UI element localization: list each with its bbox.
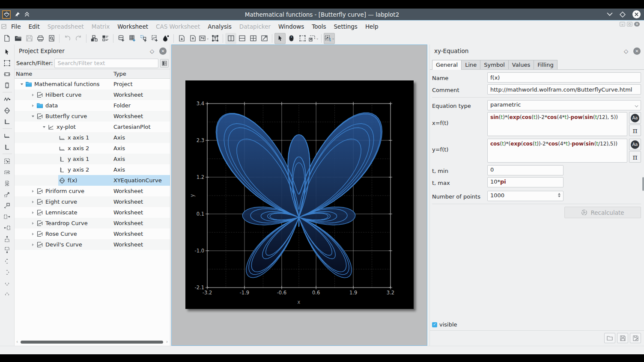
- search-input[interactable]: [54, 59, 158, 68]
- shift-right-box-button[interactable]: [2, 211, 12, 222]
- tmax-field[interactable]: 10*pi: [487, 177, 564, 187]
- spinner-arrows-icon[interactable]: [558, 193, 561, 197]
- tree-row-eight-curve[interactable]: Eight curveWorksheet: [15, 196, 170, 207]
- expander-closed-icon[interactable]: [30, 190, 36, 193]
- filter-options-button[interactable]: [160, 59, 169, 68]
- comment-field[interactable]: [487, 84, 641, 95]
- zoom-select-y-button[interactable]: [2, 178, 12, 188]
- tree-column-header[interactable]: Name Type: [15, 69, 170, 79]
- layout-horizontal-button[interactable]: [236, 33, 247, 44]
- zoom-in-region-button[interactable]: [2, 200, 12, 211]
- add-xy-equation-curve-button[interactable]: [2, 105, 12, 116]
- expander-open-icon[interactable]: [41, 126, 47, 128]
- scrollbar-thumb[interactable]: [21, 341, 163, 344]
- tree-row-xy-plot[interactable]: xy-plotCartesianPlot: [15, 122, 170, 132]
- mdi-minimize-icon[interactable]: ⌄: [620, 22, 625, 27]
- expander-closed-icon[interactable]: [30, 201, 36, 203]
- new-spreadsheet-button[interactable]: [116, 33, 127, 44]
- tree-row-piriform-curve[interactable]: Piriform curveWorksheet: [15, 186, 170, 196]
- y-constants-button[interactable]: Aa: [629, 139, 641, 150]
- tab-filling[interactable]: Filling: [534, 60, 557, 70]
- tab-values[interactable]: Values: [508, 60, 534, 70]
- save-as-function-button[interactable]: [630, 333, 641, 343]
- tree-row-rose-curve[interactable]: Rose CurveWorksheet: [15, 228, 170, 239]
- close-icon[interactable]: [632, 10, 641, 18]
- tree-row-devil-s-curve[interactable]: Devil's CurveWorksheet: [15, 239, 170, 250]
- menu-windows[interactable]: Windows: [274, 21, 308, 32]
- column-header-name[interactable]: Name: [15, 71, 32, 77]
- resize-horizontal-button[interactable]: [2, 69, 12, 79]
- tab-general[interactable]: General: [432, 60, 462, 70]
- open-folder-button[interactable]: [12, 33, 24, 44]
- add-text-label-button[interactable]: [209, 33, 221, 44]
- export-data-button[interactable]: [187, 33, 198, 44]
- menu-tools[interactable]: Tools: [308, 21, 330, 32]
- horizontal-scrollbar[interactable]: ‹ ›: [15, 340, 170, 345]
- menu-edit[interactable]: Edit: [25, 21, 44, 32]
- zoom-select-x-button[interactable]: [2, 167, 12, 177]
- x-equation-field[interactable]: sin(t)*(exp(cos(t))-2*cos(4*t)-pow(sin(t…: [487, 112, 627, 136]
- color-theme-drop-button[interactable]: [160, 33, 171, 44]
- dock-scrollbar-thumb[interactable]: [642, 177, 644, 191]
- plot-page[interactable]: -3.2-1.9-0.60.61.93.23.42.31.20.1-1.0-2.…: [185, 80, 414, 309]
- butterfly-plot[interactable]: -3.2-1.9-0.60.61.93.23.42.31.20.1-1.0-2.…: [185, 80, 414, 309]
- select-cursor-button[interactable]: [274, 33, 286, 44]
- menu-file[interactable]: File: [7, 21, 25, 32]
- new-workbook-list-button[interactable]: [100, 33, 111, 44]
- menu-analysis[interactable]: Analysis: [204, 21, 236, 32]
- maximize-icon[interactable]: [620, 12, 626, 18]
- mdi-restore-icon[interactable]: ◇: [627, 22, 632, 27]
- add-axis-button[interactable]: [2, 116, 12, 127]
- column-header-type[interactable]: Type: [113, 71, 126, 77]
- recalculate-button[interactable]: Recalculate: [564, 207, 641, 218]
- shift-down-y-button[interactable]: [2, 289, 12, 300]
- shift-up-box-button[interactable]: [2, 234, 12, 244]
- close-panel-icon[interactable]: ✕: [159, 47, 167, 55]
- zoom-select-region-button[interactable]: [2, 156, 12, 166]
- app-icon[interactable]: [2, 10, 11, 19]
- scroll-left-arrow[interactable]: ‹: [16, 339, 18, 344]
- select-region-button[interactable]: [297, 33, 308, 44]
- print-button[interactable]: [35, 33, 46, 44]
- tmin-field[interactable]: 0: [487, 165, 564, 175]
- minimize-icon[interactable]: [607, 12, 613, 16]
- shift-left-x-button[interactable]: [2, 256, 12, 266]
- new-document-button[interactable]: [1, 33, 12, 44]
- import-data-button[interactable]: [176, 33, 187, 44]
- shade-icon[interactable]: [24, 12, 30, 17]
- tree-row-hilbert-curve[interactable]: Hilbert curveWorksheet: [15, 89, 170, 100]
- tree-row-x-axis-1[interactable]: x axis 1Axis: [15, 132, 170, 143]
- close-dock-icon[interactable]: ✕: [633, 47, 641, 55]
- tree-row-lemniscate[interactable]: LemniscateWorksheet: [15, 207, 170, 218]
- tab-symbol[interactable]: Symbol: [480, 60, 508, 70]
- pin-icon[interactable]: [15, 12, 20, 17]
- expander-open-icon[interactable]: [30, 116, 36, 117]
- layout-edit-button[interactable]: [259, 33, 270, 44]
- expander-open-icon[interactable]: [19, 83, 25, 85]
- tree-row-y-axis-2[interactable]: y axis 2Axis: [15, 164, 170, 175]
- save-function-button[interactable]: [617, 333, 628, 343]
- expander-closed-icon[interactable]: [30, 243, 36, 246]
- npoints-spinner[interactable]: 1000: [487, 191, 564, 201]
- visible-checkbox[interactable]: ✓: [432, 322, 437, 327]
- add-xy-curve-button[interactable]: [2, 94, 12, 104]
- y-functions-button[interactable]: π: [629, 151, 641, 163]
- layout-vertical-button[interactable]: [225, 33, 236, 44]
- worksheet-view[interactable]: -3.2-1.9-0.60.61.93.23.42.31.20.1-1.0-2.…: [171, 45, 427, 346]
- expander-closed-icon[interactable]: [30, 104, 36, 107]
- expander-closed-icon[interactable]: [30, 222, 36, 225]
- new-matrix-button[interactable]: [127, 33, 138, 44]
- add-y-axis-button[interactable]: [2, 142, 12, 152]
- shift-left-box-button[interactable]: [2, 223, 12, 233]
- menu-worksheet[interactable]: Worksheet: [113, 21, 152, 32]
- shift-right-x-button[interactable]: [2, 267, 12, 277]
- x-functions-button[interactable]: π: [629, 125, 641, 136]
- y-equation-field[interactable]: cos(t)*(exp(cos(t))-2*cos(4*t)-pow(sin(t…: [487, 139, 627, 163]
- mdi-close-icon[interactable]: ✕: [634, 22, 640, 27]
- shift-up-y-button[interactable]: [2, 278, 12, 288]
- new-workbook-button[interactable]: [138, 33, 149, 44]
- resize-vertical-button[interactable]: [2, 80, 12, 90]
- select-region-button[interactable]: [2, 58, 12, 68]
- menu-settings[interactable]: Settings: [330, 21, 361, 32]
- new-folder-tree-button[interactable]: [89, 33, 100, 44]
